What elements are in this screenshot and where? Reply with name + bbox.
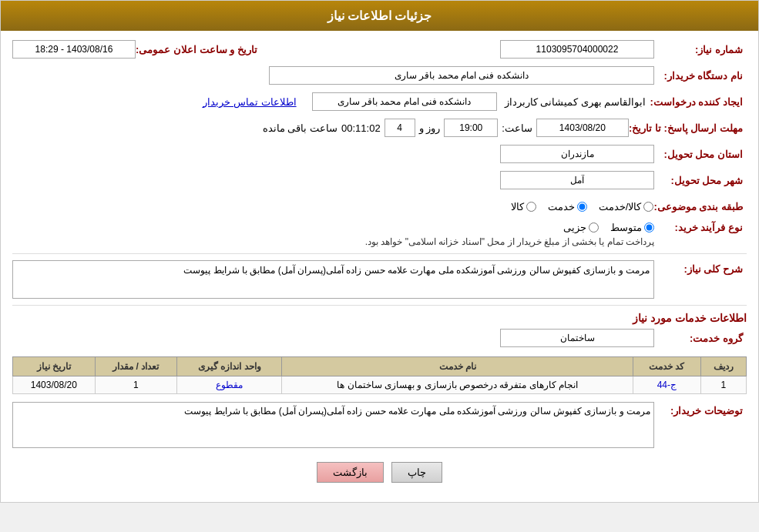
contact-info-link[interactable]: اطلاعات تماس خریدار	[203, 96, 296, 108]
process-description: پرداخت تمام یا بخشی از مبلغ خریدار از مح…	[365, 236, 654, 247]
category-option-goods-service[interactable]: کالا/خدمت	[599, 201, 654, 212]
services-section-title: اطلاعات خدمات مورد نیاز	[12, 312, 747, 324]
service-group-label: گروه خدمت:	[654, 333, 747, 344]
cell-quantity: 1	[95, 376, 176, 394]
city-input[interactable]	[500, 171, 654, 189]
city-label: شهر محل تحویل:	[654, 175, 747, 186]
response-time-label: ساعت:	[502, 122, 532, 134]
process-label: نوع فرآیند خرید:	[654, 222, 747, 233]
need-number-input[interactable]	[500, 40, 654, 59]
category-radio-group: کالا/خدمت خدمت کالا	[511, 201, 654, 212]
buyer-desc-label: توضیحات خریدار:	[654, 402, 747, 417]
creator-org-input[interactable]	[312, 92, 497, 111]
page-title: جزئیات اطلاعات نیاز	[327, 9, 432, 22]
cell-service-name: انجام کارهای متفرقه درخصوص بازسازی و بهس…	[282, 376, 633, 394]
org-name-input[interactable]	[269, 66, 654, 85]
need-description-label: شرح کلی نیاز:	[654, 260, 747, 275]
response-time-input[interactable]	[444, 119, 498, 137]
response-days-input[interactable]	[385, 119, 415, 137]
announcement-date-label: تاریخ و ساعت اعلان عمومی:	[136, 44, 261, 55]
category-option-goods[interactable]: کالا	[511, 201, 536, 212]
cell-unit[interactable]: مقطوع	[177, 376, 282, 394]
table-row: 1 ج-44 انجام کارهای متفرقه درخصوص بازساز…	[13, 376, 747, 394]
buyer-desc-textarea[interactable]: مرمت و بازسازی کفپوش سالن ورزشی آموزشکده…	[12, 402, 654, 448]
response-remaining-label: ساعت باقی مانده	[263, 122, 338, 134]
col-header-unit: واحد اندازه گیری	[177, 357, 282, 376]
back-button[interactable]: بازگشت	[317, 462, 384, 483]
province-label: استان محل تحویل:	[654, 149, 747, 160]
response-deadline-label: مهلت ارسال پاسخ: تا تاریخ:	[629, 122, 747, 134]
print-button[interactable]: چاپ	[391, 462, 442, 483]
page-header: جزئیات اطلاعات نیاز	[1, 1, 758, 31]
col-header-qty: تعداد / مقدار	[95, 357, 176, 376]
province-input[interactable]	[500, 145, 654, 163]
response-days-label: روز و	[419, 122, 441, 134]
col-header-code: کد خدمت	[633, 357, 701, 376]
process-option-medium[interactable]: متوسط	[610, 222, 654, 233]
creator-label: ایجاد کننده درخواست:	[650, 96, 747, 108]
process-radio-group: متوسط جزیی	[365, 222, 654, 233]
org-name-label: نام دستگاه خریدار:	[654, 70, 747, 82]
services-table-section: ردیف کد خدمت نام خدمت واحد اندازه گیری ت…	[12, 356, 747, 394]
services-table: ردیف کد خدمت نام خدمت واحد اندازه گیری ت…	[12, 356, 747, 394]
service-group-input[interactable]	[500, 329, 654, 347]
need-description-box: مرمت و بازسازی کفپوش سالن ورزشی آموزشکده…	[12, 260, 654, 299]
response-date-input[interactable]	[536, 119, 629, 137]
cell-row-num: 1	[700, 376, 746, 394]
col-header-date: تاریخ نیاز	[13, 357, 96, 376]
need-number-label: شماره نیاز:	[654, 44, 747, 55]
cell-date: 1403/08/20	[13, 376, 96, 394]
bottom-buttons: چاپ بازگشت	[12, 462, 747, 483]
category-label: طبقه بندی موضوعی:	[653, 201, 747, 212]
announcement-date-input[interactable]	[12, 40, 136, 59]
response-remaining-value: 00:11:02	[341, 122, 381, 134]
col-header-name: نام خدمت	[282, 357, 633, 376]
process-option-partial[interactable]: جزیی	[563, 222, 599, 233]
cell-service-code[interactable]: ج-44	[633, 376, 701, 394]
creator-name: ابوالقاسم بهری کمیشانی کاربرداز	[505, 96, 646, 108]
category-option-service[interactable]: خدمت	[548, 201, 587, 212]
col-header-row: ردیف	[700, 357, 746, 376]
need-description-text: مرمت و بازسازی کفپوش سالن ورزشی آموزشکده…	[183, 265, 650, 276]
